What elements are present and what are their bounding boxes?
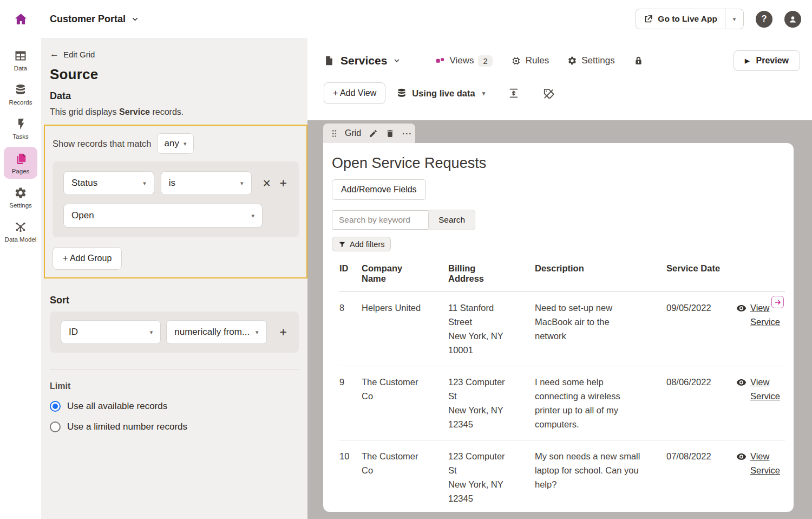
sort-direction-dropdown[interactable]: numerically from... ▾ [166, 320, 266, 344]
filter-rule-group: Status ▾ is ▾ ✕ + Open ▾ [53, 161, 299, 237]
gear-icon [14, 186, 27, 199]
page-header-nav: Views 2 Rules Settings [435, 55, 643, 67]
filter-field-dropdown[interactable]: Status ▾ [63, 171, 154, 195]
sidebar-item-data-model[interactable]: Data Model [4, 216, 37, 247]
fit-height-icon[interactable] [508, 87, 520, 99]
app-window: Customer Portal Go to Live App ▾ ? [0, 0, 812, 519]
remove-filter-icon[interactable]: ✕ [261, 177, 272, 190]
table-row: 8 Helpers United 11 Stanford Street New … [339, 292, 785, 366]
open-record-arrow-button[interactable] [771, 296, 784, 308]
lock-icon[interactable] [633, 56, 644, 66]
sidebar-item-label: Settings [9, 202, 32, 209]
source-settings-panel: ← Edit Grid Source Data This grid displa… [41, 38, 307, 519]
add-remove-fields-button[interactable]: Add/Remove Fields [332, 179, 426, 200]
go-to-live-app-button[interactable]: Go to Live App [636, 9, 725, 29]
table-row: 9 The Customer Co 123 Computer St New Yo… [339, 366, 785, 440]
column-header[interactable]: ID [339, 263, 362, 284]
caret-down-icon: ▾ [184, 141, 187, 147]
data-mode-dropdown[interactable]: Using live data ▾ [396, 88, 485, 99]
trash-icon[interactable] [385, 129, 395, 138]
grid-source-description: This grid displays Service records. [50, 107, 299, 117]
grid-title: Open Service Requests [332, 155, 785, 172]
caret-down-icon: ▾ [150, 329, 153, 335]
sidebar-item-label: Pages [12, 168, 30, 174]
view-service-link[interactable]: View Service [750, 449, 784, 477]
chevron-down-icon [131, 15, 139, 23]
tag-slash-icon[interactable] [542, 87, 555, 100]
network-icon [14, 220, 27, 233]
chip-icon [511, 56, 521, 66]
edit-pencil-icon[interactable] [369, 129, 378, 138]
view-service-link[interactable]: View Service [750, 375, 784, 403]
caret-down-icon: ▾ [143, 180, 146, 186]
eye-icon [736, 451, 746, 462]
search-input[interactable] [332, 210, 429, 230]
user-avatar-icon [788, 14, 798, 24]
chevron-down-icon [393, 57, 401, 64]
tab-views[interactable]: Views 2 [435, 55, 492, 67]
pages-icon [14, 152, 28, 165]
radio-button[interactable] [50, 401, 61, 412]
sidebar-item-tasks[interactable]: Tasks [4, 113, 37, 144]
help-button[interactable]: ? [756, 11, 772, 28]
filter-operator-dropdown[interactable]: is ▾ [161, 171, 252, 195]
left-nav-rail: Data Records Tasks Pages Settings [0, 38, 41, 519]
page-selector[interactable]: Services [324, 54, 401, 67]
user-menu-button[interactable] [784, 11, 801, 28]
database-icon [14, 83, 27, 96]
sidebar-item-pages[interactable]: Pages [4, 147, 37, 179]
eye-icon [736, 303, 746, 313]
database-icon [396, 88, 407, 99]
keyword-search: Search [332, 210, 785, 230]
table-icon [14, 49, 27, 62]
views-count-badge: 2 [478, 55, 492, 67]
limit-option-all[interactable]: Use all available records [50, 401, 299, 412]
topbar-actions: Go to Live App ▾ ? [636, 9, 812, 29]
add-group-button[interactable]: + Add Group [53, 247, 122, 270]
app-switcher[interactable]: Customer Portal [50, 14, 139, 25]
back-arrow-icon: ← [50, 49, 59, 60]
go-to-live-app-label: Go to Live App [658, 14, 717, 24]
funnel-icon [338, 241, 346, 248]
limit-option-limited[interactable]: Use a limited number records [50, 421, 299, 432]
add-filter-icon[interactable]: + [279, 176, 288, 191]
match-rule-row: Show records that match any ▾ [53, 133, 299, 154]
sidebar-item-settings[interactable]: Settings [4, 181, 37, 213]
column-header[interactable]: Service Date [666, 263, 736, 284]
column-header[interactable]: Company Name [362, 263, 448, 284]
sort-field-dropdown[interactable]: ID ▾ [61, 320, 161, 344]
sidebar-item-records[interactable]: Records [4, 79, 37, 110]
add-view-button[interactable]: + Add View [324, 82, 385, 104]
filter-value-dropdown[interactable]: Open ▾ [63, 204, 263, 228]
column-header[interactable]: Billing Address [448, 263, 535, 284]
sidebar-item-label: Data [14, 65, 27, 72]
views-blocks-icon [435, 56, 445, 66]
home-icon [14, 12, 28, 27]
table-header-row: ID Company Name Billing Address Descript… [339, 263, 785, 292]
lightning-bolt-icon [14, 118, 27, 131]
more-options-icon[interactable]: ··· [402, 129, 412, 138]
sort-rule-group: ID ▾ numerically from... ▾ + [50, 312, 299, 353]
caret-down-icon: ▾ [256, 329, 259, 335]
sidebar-item-label: Data Model [5, 236, 37, 243]
page-canvas: Grid ··· Open Service Requests Add/Remov… [307, 120, 812, 519]
preview-button[interactable]: ▶ Preview [734, 50, 800, 71]
tab-rules[interactable]: Rules [511, 55, 549, 66]
tab-settings[interactable]: Settings [567, 55, 614, 66]
radio-button[interactable] [50, 421, 61, 432]
match-any-dropdown[interactable]: any ▾ [157, 133, 194, 154]
go-to-live-app-caret-button[interactable]: ▾ [725, 9, 743, 29]
column-header[interactable]: Description [535, 263, 666, 284]
add-sort-icon[interactable]: + [279, 325, 288, 340]
app-title: Customer Portal [50, 14, 126, 25]
question-mark-icon: ? [761, 14, 767, 24]
sort-section-heading: Sort [50, 295, 299, 306]
match-rule-label: Show records that match [53, 139, 152, 149]
drag-handle-icon[interactable] [331, 129, 337, 138]
add-filters-button[interactable]: Add filters [332, 237, 391, 251]
back-to-edit-grid-link[interactable]: ← Edit Grid [50, 49, 299, 60]
search-button[interactable]: Search [428, 210, 475, 230]
home-button[interactable] [0, 12, 41, 27]
caret-down-icon: ▾ [482, 90, 486, 96]
sidebar-item-data[interactable]: Data [4, 44, 37, 76]
